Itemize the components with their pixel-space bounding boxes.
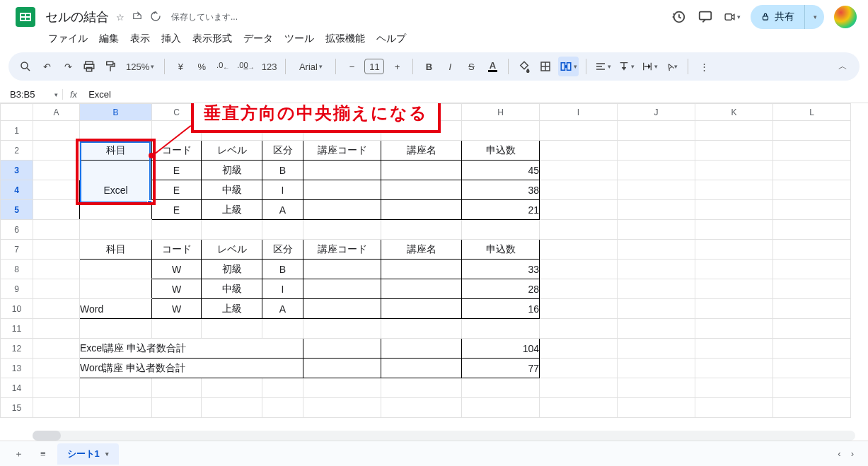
menu-edit[interactable]: 編集 bbox=[95, 30, 123, 48]
currency-button[interactable]: ¥ bbox=[172, 57, 189, 76]
fill-color-button[interactable] bbox=[516, 57, 533, 76]
col-L[interactable]: L bbox=[773, 104, 851, 121]
wrap-button[interactable]: ▾ bbox=[640, 57, 659, 76]
print-button[interactable] bbox=[81, 57, 98, 76]
svg-rect-11 bbox=[567, 63, 571, 71]
strike-button[interactable]: S bbox=[463, 57, 480, 76]
svg-rect-3 bbox=[763, 16, 768, 20]
menu-format[interactable]: 表示形式 bbox=[188, 30, 236, 48]
name-box[interactable]: B3:B5 bbox=[6, 88, 62, 101]
row-8[interactable]: 8 bbox=[1, 260, 33, 279]
col-F[interactable]: F bbox=[303, 104, 381, 121]
col-A[interactable]: A bbox=[33, 104, 80, 121]
formula-input[interactable]: Excel bbox=[84, 89, 111, 100]
cloud-status-icon[interactable] bbox=[150, 11, 161, 24]
dec-decimal-button[interactable]: .0← bbox=[214, 57, 231, 76]
row-2[interactable]: 2 bbox=[1, 141, 33, 161]
percent-button[interactable]: % bbox=[193, 57, 210, 76]
bold-button[interactable]: B bbox=[420, 57, 437, 76]
menu-help[interactable]: ヘルプ bbox=[372, 30, 410, 48]
menu-tools[interactable]: ツール bbox=[280, 30, 318, 48]
meet-icon[interactable]: ▾ bbox=[724, 8, 741, 25]
col-K[interactable]: K bbox=[695, 104, 773, 121]
inc-fontsize-button[interactable]: + bbox=[388, 57, 405, 76]
row-11[interactable]: 11 bbox=[1, 319, 33, 339]
comments-icon[interactable] bbox=[697, 8, 714, 25]
select-all-corner[interactable] bbox=[1, 104, 33, 121]
col-J[interactable]: J bbox=[618, 104, 695, 121]
svg-rect-1 bbox=[700, 12, 712, 20]
search-icon[interactable] bbox=[17, 57, 34, 76]
row-3[interactable]: 3 bbox=[1, 161, 33, 180]
valign-button[interactable]: ▾ bbox=[617, 57, 636, 76]
rotate-button[interactable]: A▾ bbox=[664, 57, 681, 76]
halign-button[interactable]: ▾ bbox=[594, 57, 613, 76]
row-12[interactable]: 12 bbox=[1, 339, 33, 359]
menu-view[interactable]: 表示 bbox=[126, 30, 154, 48]
svg-rect-8 bbox=[107, 62, 113, 65]
sheet-tab-1[interactable]: シート1 ▾ bbox=[57, 443, 119, 465]
svg-rect-10 bbox=[562, 63, 565, 71]
move-icon[interactable] bbox=[132, 11, 143, 23]
spreadsheet-grid[interactable]: A B C D E F G H I J K L 1 2 科目 コード レベル 区… bbox=[0, 103, 868, 436]
row-5[interactable]: 5 bbox=[1, 200, 33, 220]
fx-label: fx bbox=[62, 89, 84, 100]
borders-button[interactable] bbox=[537, 57, 554, 76]
col-H[interactable]: H bbox=[462, 104, 540, 121]
row-15[interactable]: 15 bbox=[1, 398, 33, 418]
row-4[interactable]: 4 bbox=[1, 180, 33, 200]
sheets-logo[interactable] bbox=[11, 3, 40, 31]
doc-title[interactable]: セルの結合 bbox=[45, 8, 109, 25]
h-scrollbar[interactable] bbox=[33, 431, 855, 441]
menu-extensions[interactable]: 拡張機能 bbox=[321, 30, 369, 48]
all-sheets-button[interactable]: ≡ bbox=[35, 445, 52, 462]
scroll-left-icon[interactable]: ‹ bbox=[838, 448, 840, 459]
svg-point-4 bbox=[21, 62, 28, 69]
dec-fontsize-button[interactable]: − bbox=[343, 57, 360, 76]
sheet-tab-bar: ＋ ≡ シート1 ▾ ‹ › bbox=[0, 441, 868, 466]
row-14[interactable]: 14 bbox=[1, 378, 33, 398]
more-formats-button[interactable]: 123 bbox=[260, 57, 279, 76]
share-button[interactable]: 共有 bbox=[751, 5, 804, 29]
row-6[interactable]: 6 bbox=[1, 220, 33, 240]
star-icon[interactable]: ☆ bbox=[116, 12, 125, 23]
text-color-button[interactable]: A bbox=[484, 57, 501, 76]
row-1[interactable]: 1 bbox=[1, 121, 33, 141]
menu-bar: ファイル 編集 表示 挿入 表示形式 データ ツール 拡張機能 ヘルプ bbox=[0, 28, 868, 52]
menu-file[interactable]: ファイル bbox=[44, 30, 92, 48]
scroll-right-icon[interactable]: › bbox=[851, 448, 854, 459]
more-button[interactable]: ⋮ bbox=[695, 57, 712, 76]
col-C[interactable]: C bbox=[152, 104, 202, 121]
merged-cell-excel[interactable]: Excel bbox=[80, 161, 152, 220]
col-B[interactable]: B bbox=[80, 104, 152, 121]
svg-rect-2 bbox=[725, 14, 731, 21]
row-10[interactable]: 10 bbox=[1, 299, 33, 319]
add-sheet-button[interactable]: ＋ bbox=[8, 445, 29, 463]
redo-button[interactable]: ↷ bbox=[59, 57, 76, 76]
zoom-select[interactable]: 125% ▾ bbox=[123, 57, 157, 76]
font-select[interactable]: Arial ▾ bbox=[293, 57, 328, 76]
row-13[interactable]: 13 bbox=[1, 359, 33, 378]
cell[interactable]: 科目 bbox=[80, 141, 152, 161]
paint-format-button[interactable] bbox=[102, 57, 119, 76]
account-avatar[interactable] bbox=[834, 6, 857, 28]
history-icon[interactable] bbox=[670, 8, 687, 25]
row-7[interactable]: 7 bbox=[1, 240, 33, 260]
menu-data[interactable]: データ bbox=[239, 30, 277, 48]
merge-cells-button[interactable]: ▾ bbox=[558, 57, 579, 76]
share-label: 共有 bbox=[775, 11, 794, 23]
share-dropdown[interactable]: ▾ bbox=[804, 5, 824, 29]
saving-status: 保存しています... bbox=[171, 11, 238, 23]
toolbar: ↶ ↷ 125% ▾ ¥ % .0← .00→ 123 Arial ▾ − 11… bbox=[8, 52, 860, 81]
col-E[interactable]: E bbox=[262, 104, 303, 121]
inc-decimal-button[interactable]: .00→ bbox=[236, 57, 255, 76]
col-D[interactable]: D bbox=[202, 104, 262, 121]
row-9[interactable]: 9 bbox=[1, 279, 33, 299]
collapse-toolbar-button[interactable]: ︿ bbox=[834, 57, 851, 76]
col-G[interactable]: G bbox=[381, 104, 462, 121]
col-I[interactable]: I bbox=[540, 104, 618, 121]
menu-insert[interactable]: 挿入 bbox=[157, 30, 185, 48]
italic-button[interactable]: I bbox=[441, 57, 458, 76]
undo-button[interactable]: ↶ bbox=[38, 57, 55, 76]
fontsize-input[interactable]: 11 bbox=[364, 59, 384, 74]
